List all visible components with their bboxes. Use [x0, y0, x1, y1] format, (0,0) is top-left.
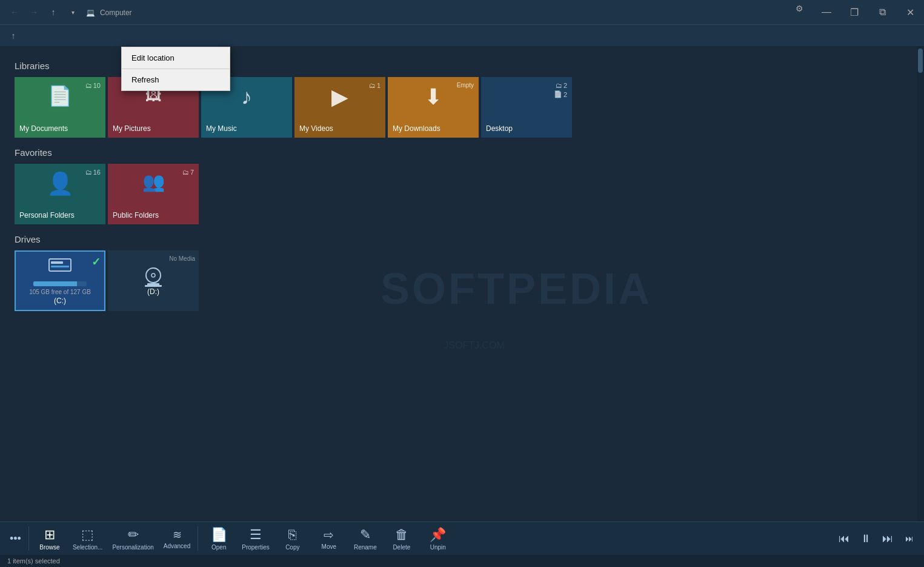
- folder-icon: 🗂: [85, 169, 92, 176]
- properties-label: Properties: [242, 544, 270, 551]
- selection-icon: ⬚: [81, 527, 94, 543]
- properties-icon: ☰: [250, 527, 262, 543]
- unpin-button[interactable]: 📌 Unpin: [420, 523, 456, 554]
- count-value: 10: [93, 82, 101, 89]
- title-icon: 💻: [86, 8, 95, 17]
- tile-drive-d[interactable]: No Media (D:): [108, 250, 199, 311]
- properties-button[interactable]: ☰ Properties: [237, 523, 274, 554]
- desktop-count1: 🗂 2 📄 2: [554, 82, 567, 98]
- no-media-label: No Media: [169, 255, 195, 262]
- move-label: Move: [322, 543, 336, 550]
- bottom-toolbar: ••• ⊞ Browse ⬚ Selection... ✏ Personaliz…: [0, 522, 924, 567]
- restore-button[interactable]: ⧉: [868, 0, 896, 24]
- personalization-button[interactable]: ✏ Personalization: [107, 523, 158, 554]
- my-music-label: My Music: [206, 124, 287, 133]
- svg-point-4: [151, 273, 155, 277]
- rename-label: Rename: [354, 544, 377, 551]
- tile-drive-c[interactable]: ✓ 105 GB free of 127 GB (C:): [15, 250, 105, 311]
- public-icon: 👥: [142, 171, 165, 192]
- public-label: Public Folders: [113, 211, 194, 220]
- toolbar-sep-2: [198, 526, 198, 551]
- copy-button[interactable]: ⎘ Copy: [274, 523, 311, 554]
- context-edit-location[interactable]: Edit location: [122, 47, 230, 69]
- close-button[interactable]: ✕: [896, 0, 924, 24]
- personal-icon: 👤: [47, 171, 74, 196]
- tile-personal-folders[interactable]: 🗂 16 👤 Personal Folders: [15, 164, 105, 224]
- addressbar: ↑ Edit location Refresh: [0, 24, 924, 46]
- public-count: 🗂 7: [182, 169, 194, 176]
- folder-icon: 🗂: [556, 82, 562, 89]
- drive-c-free: 105 GB free of 127 GB: [29, 289, 91, 295]
- tile-my-videos[interactable]: 🗂 1 ▶ My Videos: [294, 77, 385, 138]
- delete-button[interactable]: 🗑 Delete: [384, 523, 420, 554]
- minimize-button[interactable]: —: [813, 0, 840, 24]
- watermark-sub: JSOFTJ.COM: [444, 340, 504, 351]
- transport-pause[interactable]: ⏸: [856, 529, 876, 548]
- my-pictures-label: My Pictures: [113, 124, 194, 133]
- dropdown-button[interactable]: ▾: [64, 4, 81, 21]
- checkmark-icon: ✓: [91, 255, 101, 269]
- my-downloads-icon: ⬇: [424, 84, 442, 110]
- rename-icon: ✎: [360, 527, 371, 543]
- copy-icon: ⎘: [288, 527, 296, 543]
- my-documents-label: My Documents: [19, 124, 101, 133]
- my-documents-count: 🗂 10: [85, 82, 101, 89]
- addr-up-button[interactable]: ↑: [5, 27, 22, 44]
- rename-button[interactable]: ✎ Rename: [347, 523, 384, 554]
- drive-d-label: (D:): [147, 287, 159, 296]
- favorites-section-title: Favorites: [15, 147, 909, 158]
- move-button[interactable]: ⇨ Move: [311, 523, 347, 554]
- folder-icon: 🗂: [182, 169, 189, 176]
- open-label: Open: [211, 544, 226, 551]
- drive-d-icon: [140, 266, 167, 287]
- delete-icon: 🗑: [395, 527, 408, 543]
- my-documents-icon: 📄: [48, 84, 72, 107]
- status-text: 1 item(s) selected: [7, 557, 60, 565]
- nav-buttons: ← → ↑ ▾: [6, 4, 81, 21]
- toolbar-overflow[interactable]: •••: [5, 530, 26, 548]
- browse-button[interactable]: ⊞ Browse: [32, 523, 68, 554]
- count-value: 1: [377, 82, 381, 89]
- svg-rect-1: [51, 261, 63, 264]
- drives-tiles-row: ✓ 105 GB free of 127 GB (C:) No Media: [15, 250, 909, 311]
- toolbar-row: ••• ⊞ Browse ⬚ Selection... ✏ Personaliz…: [0, 522, 924, 555]
- empty-badge: Empty: [457, 82, 474, 89]
- back-button[interactable]: ←: [6, 4, 23, 21]
- my-music-icon: ♪: [241, 84, 252, 110]
- advanced-button[interactable]: ≋ Advanced: [159, 523, 195, 554]
- favorites-tiles-row: 🗂 16 👤 Personal Folders 🗂 7 👥 Public Fol…: [15, 164, 909, 224]
- svg-rect-6: [145, 285, 162, 287]
- my-videos-icon: ▶: [331, 84, 348, 110]
- drive-c-icon: [48, 257, 72, 273]
- personal-count: 🗂 16: [85, 169, 101, 176]
- tile-desktop[interactable]: 🗂 2 📄 2 Desktop: [481, 77, 572, 138]
- tile-my-downloads[interactable]: Empty ⬇ My Downloads: [388, 77, 479, 138]
- titlebar: ← → ↑ ▾ 💻 Computer ⚙ — ❐ ⧉ ✕: [0, 0, 924, 24]
- window-controls: ⚙ — ❐ ⧉ ✕: [791, 0, 924, 24]
- desktop-label: Desktop: [486, 124, 567, 133]
- drive-c-progress-fill: [33, 281, 77, 286]
- transport-end[interactable]: ⏭: [900, 529, 919, 548]
- forward-button[interactable]: →: [25, 4, 42, 21]
- open-button[interactable]: 📄 Open: [201, 523, 237, 554]
- transport-prev[interactable]: ⏮: [834, 529, 854, 548]
- drive-c-label: (C:): [54, 297, 66, 305]
- maximize-button[interactable]: ❐: [840, 0, 868, 24]
- transport-next[interactable]: ⏭: [878, 529, 897, 548]
- copy-label: Copy: [285, 544, 299, 551]
- selection-button[interactable]: ⬚ Selection...: [68, 523, 107, 554]
- open-icon: 📄: [211, 527, 227, 543]
- up-button[interactable]: ↑: [45, 4, 62, 21]
- folder-icon: 🗂: [85, 82, 92, 89]
- my-downloads-label: My Downloads: [393, 124, 474, 133]
- my-videos-count: 🗂 1: [369, 82, 381, 89]
- browse-icon: ⊞: [44, 527, 55, 543]
- context-refresh[interactable]: Refresh: [122, 69, 230, 90]
- selection-label: Selection...: [73, 544, 102, 551]
- settings-button[interactable]: ⚙: [791, 0, 808, 17]
- tile-public-folders[interactable]: 🗂 7 👥 Public Folders: [108, 164, 199, 224]
- tile-my-documents[interactable]: 🗂 10 📄 My Documents: [15, 77, 105, 138]
- context-menu: Edit location Refresh: [121, 47, 230, 91]
- drive-c-progress-bar: [33, 281, 87, 286]
- browse-label: Browse: [39, 544, 59, 551]
